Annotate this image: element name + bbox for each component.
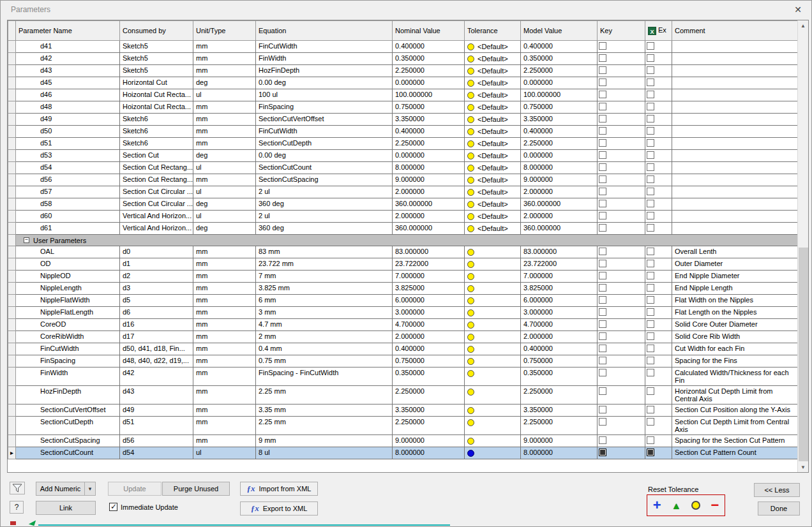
- row-selector-gutter[interactable]: [8, 162, 16, 174]
- row-selector-gutter[interactable]: [8, 150, 16, 162]
- export-checkbox-cell[interactable]: [645, 343, 672, 355]
- key-checkbox-cell[interactable]: [598, 186, 645, 198]
- param-name-cell[interactable]: d53: [16, 150, 120, 162]
- export-checkbox-cell[interactable]: [645, 198, 672, 211]
- key-checkbox[interactable]: [599, 345, 606, 352]
- key-checkbox-cell[interactable]: [598, 435, 645, 447]
- export-checkbox-cell[interactable]: [645, 307, 672, 319]
- nominal-value-cell[interactable]: 2.000000: [393, 186, 465, 198]
- param-name-cell[interactable]: d60: [16, 211, 120, 223]
- comment-cell[interactable]: Flat Length on the Nipples: [672, 307, 799, 319]
- tolerance-cell[interactable]: [465, 405, 521, 417]
- row-selector-gutter[interactable]: [8, 258, 16, 271]
- nominal-value-cell[interactable]: 83.000000: [393, 246, 465, 258]
- export-checkbox[interactable]: [647, 54, 654, 62]
- comment-cell[interactable]: [672, 126, 799, 138]
- row-selector-gutter[interactable]: [8, 355, 16, 367]
- equation-cell[interactable]: 23.722 mm: [256, 258, 393, 271]
- param-name-cell[interactable]: d56: [16, 174, 120, 186]
- scroll-down-icon[interactable]: [798, 462, 808, 472]
- param-name-cell[interactable]: d45: [16, 77, 120, 89]
- col-model-value[interactable]: Model Value: [521, 21, 598, 41]
- row-selector-gutter[interactable]: [8, 235, 16, 246]
- export-checkbox[interactable]: [647, 115, 654, 122]
- scrollbar-thumb[interactable]: [799, 248, 808, 461]
- tolerance-cell[interactable]: <Default>: [465, 89, 521, 101]
- comment-cell[interactable]: End Nipple Diameter: [672, 271, 799, 283]
- export-checkbox-cell[interactable]: [645, 295, 672, 307]
- export-checkbox[interactable]: [647, 332, 654, 340]
- comment-cell[interactable]: Section Cut Pattern Count: [672, 447, 799, 459]
- less-button[interactable]: << Less: [754, 483, 800, 497]
- consumed-by-cell[interactable]: d49: [120, 405, 193, 417]
- consumed-by-cell[interactable]: Section Cut Circular ...: [120, 198, 193, 211]
- link-button[interactable]: Link: [36, 501, 96, 515]
- nominal-value-cell[interactable]: 0.400000: [393, 41, 465, 53]
- key-checkbox-cell[interactable]: [598, 295, 645, 307]
- model-value-cell[interactable]: 2.250000: [521, 65, 598, 77]
- param-name-cell[interactable]: SectionCutVertOffset: [16, 405, 120, 417]
- nominal-value-cell[interactable]: 3.350000: [393, 405, 465, 417]
- equation-cell[interactable]: FinCutWidth: [256, 41, 393, 53]
- export-checkbox[interactable]: [647, 224, 654, 232]
- model-value-cell[interactable]: 360.000000: [521, 198, 598, 211]
- group-header-cell[interactable]: User Parameters: [16, 235, 799, 246]
- export-checkbox-cell[interactable]: [645, 258, 672, 271]
- param-name-cell[interactable]: d49: [16, 114, 120, 126]
- param-name-cell[interactable]: d61: [16, 223, 120, 235]
- key-checkbox-cell[interactable]: [598, 89, 645, 101]
- export-checkbox[interactable]: [647, 78, 654, 86]
- comment-cell[interactable]: [672, 150, 799, 162]
- close-icon[interactable]: ✕: [790, 3, 806, 16]
- export-checkbox[interactable]: [647, 406, 654, 413]
- export-checkbox-cell[interactable]: [645, 367, 672, 386]
- export-checkbox[interactable]: [647, 91, 654, 98]
- tolerance-cell[interactable]: [465, 447, 521, 459]
- export-checkbox-cell[interactable]: [645, 211, 672, 223]
- row-selector-gutter[interactable]: [8, 319, 16, 331]
- export-checkbox[interactable]: [647, 418, 654, 426]
- col-key[interactable]: Key: [598, 21, 645, 41]
- consumed-by-cell[interactable]: Horizontal Cut: [120, 77, 193, 89]
- key-checkbox[interactable]: [599, 115, 606, 122]
- comment-cell[interactable]: [672, 223, 799, 235]
- export-checkbox-cell[interactable]: [645, 77, 672, 89]
- nominal-value-cell[interactable]: 2.000000: [393, 211, 465, 223]
- tolerance-cell[interactable]: [465, 307, 521, 319]
- comment-cell[interactable]: [672, 77, 799, 89]
- equation-cell[interactable]: 83 mm: [256, 246, 393, 258]
- consumed-by-cell[interactable]: Hoizontal Cut Recta...: [120, 89, 193, 101]
- export-checkbox[interactable]: [647, 188, 654, 195]
- equation-cell[interactable]: 100 ul: [256, 89, 393, 101]
- key-checkbox[interactable]: [599, 272, 606, 279]
- tolerance-cell[interactable]: <Default>: [465, 198, 521, 211]
- model-value-cell[interactable]: 6.000000: [521, 295, 598, 307]
- param-name-cell[interactable]: NippleFlatLength: [16, 307, 120, 319]
- consumed-by-cell[interactable]: d1: [120, 258, 193, 271]
- model-value-cell[interactable]: 3.350000: [521, 114, 598, 126]
- row-selector-gutter[interactable]: [8, 367, 16, 386]
- col-export[interactable]: Ex: [645, 21, 672, 41]
- model-value-cell[interactable]: 0.000000: [521, 77, 598, 89]
- model-value-cell[interactable]: 8.000000: [521, 162, 598, 174]
- comment-cell[interactable]: [672, 114, 799, 126]
- row-selector-gutter[interactable]: [8, 386, 16, 405]
- param-name-cell[interactable]: d48: [16, 101, 120, 114]
- equation-cell[interactable]: 4.7 mm: [256, 319, 393, 331]
- key-checkbox-cell[interactable]: [598, 211, 645, 223]
- export-checkbox[interactable]: [647, 139, 654, 147]
- comment-cell[interactable]: Overall Lenth: [672, 246, 799, 258]
- nominal-value-cell[interactable]: 8.000000: [393, 447, 465, 459]
- row-selector-gutter[interactable]: [8, 114, 16, 126]
- export-checkbox-cell[interactable]: [645, 138, 672, 150]
- col-consumed-by[interactable]: Consumed by: [120, 21, 193, 41]
- export-checkbox-cell[interactable]: [645, 271, 672, 283]
- key-checkbox[interactable]: [599, 406, 606, 413]
- consumed-by-cell[interactable]: Sketch5: [120, 65, 193, 77]
- nominal-value-cell[interactable]: 8.000000: [393, 162, 465, 174]
- comment-cell[interactable]: Cut Width for each Fin: [672, 343, 799, 355]
- key-checkbox[interactable]: [599, 139, 606, 147]
- key-checkbox-cell[interactable]: [598, 367, 645, 386]
- equation-cell[interactable]: 8 ul: [256, 447, 393, 459]
- tolerance-cell[interactable]: [465, 283, 521, 295]
